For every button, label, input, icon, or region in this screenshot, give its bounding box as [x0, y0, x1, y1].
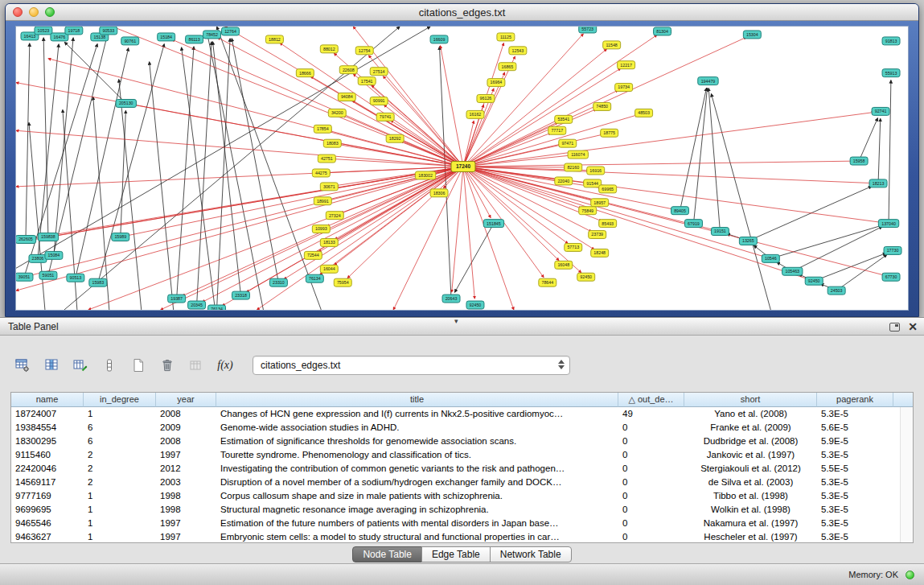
cell-year[interactable]: 1998 [156, 489, 216, 503]
graph-node[interactable]: 76134 [208, 305, 226, 310]
graph-node[interactable]: 18213 [869, 179, 887, 187]
cell-pagerank[interactable]: 5.3E-5 [817, 530, 893, 543]
cell-title[interactable]: Tourette syndrome. Phenomenology and cla… [216, 448, 618, 462]
cell-pagerank[interactable]: 5.3E-5 [817, 503, 893, 517]
column-header-in_degree[interactable]: in_degree [84, 393, 156, 407]
cell-title[interactable]: Structural magnetic resonance image aver… [216, 503, 618, 517]
graph-node[interactable]: 44275 [312, 169, 330, 177]
minimize-window-button[interactable] [29, 7, 39, 17]
graph-node[interactable]: 11548 [603, 41, 621, 49]
cell-in_degree[interactable]: 1 [84, 407, 156, 421]
graph-node[interactable]: 77717 [548, 126, 566, 134]
graph-node[interactable]: 18957 [591, 199, 609, 207]
graph-node[interactable]: 30671 [320, 183, 338, 191]
graph-node[interactable]: 18666 [296, 69, 314, 77]
table-row[interactable]: 977716911998Corpus callosum shape and si… [11, 489, 900, 503]
graph-node[interactable]: 92741 [872, 107, 889, 115]
graph-node[interactable]: 92450 [577, 273, 595, 281]
graph-node[interactable]: 15304 [743, 31, 761, 39]
cell-in_degree[interactable]: 1 [84, 530, 156, 543]
graph-node[interactable]: 18991 [314, 197, 331, 205]
graph-node[interactable]: 57713 [565, 243, 582, 251]
cell-short[interactable]: Nakamura et al. (1997) [684, 517, 817, 530]
graph-node[interactable]: 205130 [116, 99, 136, 107]
table-row[interactable]: 2242004622012Investigating the contribut… [11, 462, 900, 476]
cell-out_degree[interactable]: 0 [618, 476, 684, 489]
graph-node[interactable]: 17541 [358, 77, 376, 85]
cell-year[interactable]: 2012 [156, 462, 216, 476]
graph-node[interactable]: 92450 [805, 277, 823, 285]
cell-pagerank[interactable]: 5.3E-5 [817, 448, 893, 462]
cell-short[interactable]: Stergiakouli et al. (2012) [684, 462, 817, 476]
graph-node[interactable]: 16609 [430, 35, 448, 43]
graph-node[interactable]: 12764 [222, 27, 240, 35]
cell-year[interactable]: 2008 [156, 435, 216, 448]
graph-node[interactable]: 22608 [339, 66, 357, 74]
graph-node[interactable]: 16162 [466, 110, 484, 118]
graph-node[interactable]: 27324 [326, 212, 343, 220]
graph-node[interactable]: 18292 [386, 134, 404, 142]
cell-pagerank[interactable]: 5.3E-5 [817, 517, 893, 530]
cell-in_degree[interactable]: 6 [84, 421, 156, 435]
graph-node[interactable]: 88012 [320, 45, 338, 53]
table-scrollbar[interactable] [900, 407, 913, 542]
graph-node[interactable]: 12754 [355, 47, 373, 55]
window-titlebar[interactable]: citations_edges.txt [6, 4, 918, 21]
cell-title[interactable]: Estimation of significance thresholds fo… [216, 435, 618, 448]
graph-node[interactable]: 23310 [269, 278, 287, 286]
float-panel-icon[interactable] [889, 323, 900, 332]
graph-node[interactable]: 18775 [601, 129, 618, 137]
table-row[interactable]: 1456911722003Disruption of a novel membe… [11, 476, 900, 489]
row-tools-icon[interactable] [97, 354, 122, 377]
graph-node[interactable]: 67919 [685, 220, 703, 228]
graph-node[interactable]: 15184 [158, 33, 175, 41]
cell-year[interactable]: 1998 [156, 503, 216, 517]
cell-year[interactable]: 2008 [156, 407, 216, 421]
graph-node[interactable]: 15084 [45, 251, 63, 259]
graph-node[interactable]: 15989 [112, 233, 129, 241]
graph-node[interactable]: 16048 [555, 261, 573, 269]
column-header-short[interactable]: short [684, 393, 817, 407]
table-row[interactable]: 911546021997Tourette syndrome. Phenomeno… [11, 448, 900, 462]
cell-pagerank[interactable]: 5.5E-5 [817, 462, 893, 476]
graph-node[interactable]: 10993 [312, 225, 330, 233]
graph-node[interactable]: 74850 [593, 102, 611, 110]
cell-short[interactable]: Yano et al. (2008) [684, 407, 817, 421]
cell-short[interactable]: Jankovic et al. (1997) [684, 448, 817, 462]
cell-title[interactable]: Investigating the contribution of common… [216, 462, 618, 476]
delete-table-icon[interactable] [154, 354, 180, 377]
cell-name[interactable]: 18724007 [11, 407, 84, 421]
new-table-icon[interactable] [125, 354, 151, 377]
edit-table-icon[interactable] [68, 354, 93, 377]
graph-node[interactable]: 22040 [555, 177, 573, 185]
cell-in_degree[interactable]: 2 [84, 476, 156, 489]
cell-in_degree[interactable]: 6 [84, 435, 156, 448]
graph-node[interactable]: 90991 [370, 97, 388, 105]
graph-node[interactable]: 78644 [539, 278, 556, 286]
close-window-button[interactable] [13, 7, 23, 17]
cell-title[interactable]: Changes of HCN gene expression and I(f) … [216, 407, 618, 421]
graph-node[interactable]: 23806 [29, 254, 47, 262]
graph-node[interactable]: 53541 [555, 115, 573, 123]
cell-name[interactable]: 9465546 [11, 517, 84, 530]
cell-out_degree[interactable]: 0 [618, 530, 684, 543]
graph-node[interactable]: 116074 [568, 150, 588, 159]
table-row[interactable]: 1872400712008Changes of HCN gene express… [11, 407, 900, 421]
graph-node[interactable]: 19151 [711, 228, 729, 236]
cell-short[interactable]: Franke et al. (2009) [684, 421, 817, 435]
graph-node[interactable]: 18306 [430, 189, 448, 197]
graph-node[interactable]: 19718 [65, 27, 83, 35]
graph-node[interactable]: 17240 [451, 162, 475, 172]
graph-node[interactable]: 96126 [477, 95, 495, 103]
function-builder-icon[interactable]: f(x) [212, 354, 238, 377]
graph-node[interactable]: 194479 [698, 77, 718, 85]
table-row[interactable]: 1830029562008Estimation of significance … [11, 435, 900, 448]
graph-node[interactable]: 23318 [232, 291, 250, 299]
graph-node[interactable]: 23739 [589, 231, 606, 239]
graph-node[interactable]: 75849 [579, 207, 597, 215]
graph-node[interactable]: 16916 [587, 167, 605, 175]
cell-name[interactable]: 9777169 [11, 489, 84, 503]
column-header-year[interactable]: year [156, 393, 216, 407]
cell-year[interactable]: 2009 [156, 421, 216, 435]
cell-pagerank[interactable]: 5.6E-5 [817, 421, 893, 435]
